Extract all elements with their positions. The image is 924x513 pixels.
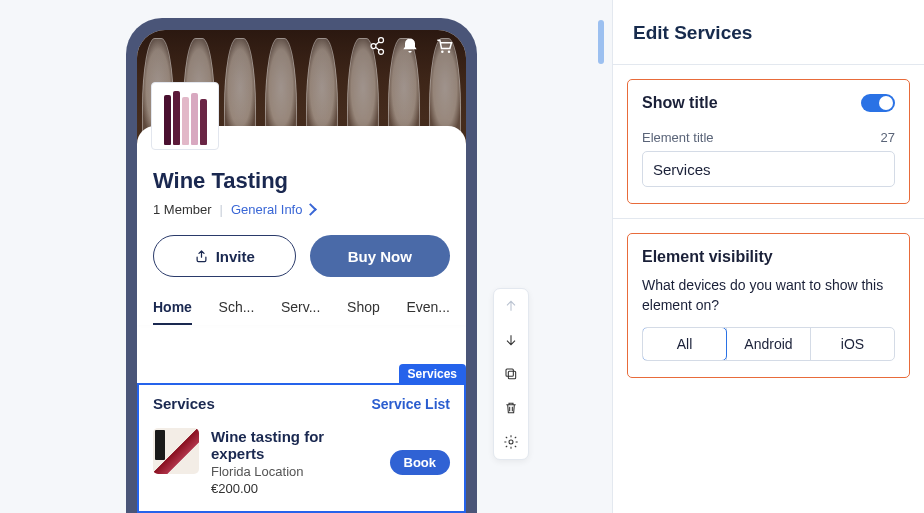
element-title-charcount: 27 [881, 130, 895, 145]
trash-icon [503, 400, 519, 416]
gear-icon [503, 434, 519, 450]
service-price: €200.00 [211, 481, 378, 496]
move-down-button[interactable] [502, 331, 520, 349]
show-title-label: Show title [642, 94, 718, 112]
group-avatar[interactable] [151, 82, 219, 150]
preview-canvas: Wine Tasting 1 Member | General Info Inv… [0, 0, 612, 513]
side-panel: Edit Services Show title Element title 2… [612, 0, 924, 513]
services-element-selected[interactable]: Services Services Service List Wine tast… [137, 383, 466, 513]
visibility-segmented: All Android iOS [642, 327, 895, 361]
show-title-section: Show title Element title 27 [627, 79, 910, 204]
duplicate-button[interactable] [502, 365, 520, 383]
tab-shop[interactable]: Shop [347, 299, 380, 325]
service-item[interactable]: Wine tasting for experts Florida Locatio… [139, 418, 464, 506]
visibility-section: Element visibility What devices do you w… [627, 233, 910, 378]
svg-point-4 [509, 440, 513, 444]
tab-schedule[interactable]: Sch... [219, 299, 255, 325]
svg-point-1 [448, 51, 451, 54]
meta-separator: | [220, 202, 223, 217]
show-title-toggle[interactable] [861, 94, 895, 112]
element-title-input[interactable] [642, 151, 895, 187]
tab-home[interactable]: Home [153, 299, 192, 325]
visibility-option-ios[interactable]: iOS [810, 328, 894, 360]
scrollbar[interactable] [598, 20, 604, 64]
services-section-title: Services [153, 395, 215, 412]
general-info-link[interactable]: General Info [231, 202, 316, 217]
element-toolbar [493, 288, 529, 460]
phone-frame: Wine Tasting 1 Member | General Info Inv… [126, 18, 477, 513]
group-member-count: 1 Member [153, 202, 212, 217]
buy-now-button[interactable]: Buy Now [310, 235, 451, 277]
invite-button[interactable]: Invite [153, 235, 296, 277]
phone-body: Wine Tasting 1 Member | General Info Inv… [137, 148, 466, 513]
visibility-option-all[interactable]: All [642, 327, 727, 361]
visibility-label: Element visibility [642, 248, 895, 266]
service-location: Florida Location [211, 464, 378, 479]
share-up-icon [194, 249, 209, 264]
group-tabs: Home Sch... Serv... Shop Even... [153, 299, 450, 325]
invite-label: Invite [216, 248, 255, 265]
share-icon[interactable] [366, 36, 386, 60]
book-button[interactable]: Book [390, 450, 451, 475]
visibility-option-android[interactable]: Android [726, 328, 810, 360]
divider [613, 218, 924, 219]
phone-screen: Wine Tasting 1 Member | General Info Inv… [137, 30, 466, 513]
panel-title: Edit Services [613, 0, 924, 64]
visibility-question: What devices do you want to show this el… [642, 276, 895, 315]
divider [613, 64, 924, 65]
copy-icon [503, 366, 519, 382]
service-thumb [153, 428, 199, 474]
group-title: Wine Tasting [153, 168, 450, 194]
svg-rect-2 [508, 371, 515, 378]
cart-icon[interactable] [434, 36, 454, 60]
chevron-right-icon [305, 203, 318, 216]
buy-now-label: Buy Now [348, 248, 412, 265]
book-label: Book [404, 455, 437, 470]
bell-icon[interactable] [400, 36, 420, 60]
service-name: Wine tasting for experts [211, 428, 378, 462]
group-card: Wine Tasting 1 Member | General Info Inv… [137, 126, 466, 325]
settings-button[interactable] [502, 433, 520, 451]
service-list-link[interactable]: Service List [371, 396, 450, 412]
tab-services[interactable]: Serv... [281, 299, 320, 325]
tab-events[interactable]: Even... [406, 299, 450, 325]
delete-button[interactable] [502, 399, 520, 417]
general-info-label: General Info [231, 202, 303, 217]
svg-point-0 [441, 51, 444, 54]
move-up-button[interactable] [502, 297, 520, 315]
element-title-label: Element title [642, 130, 714, 145]
svg-rect-3 [506, 369, 513, 376]
selection-badge: Services [399, 364, 466, 384]
